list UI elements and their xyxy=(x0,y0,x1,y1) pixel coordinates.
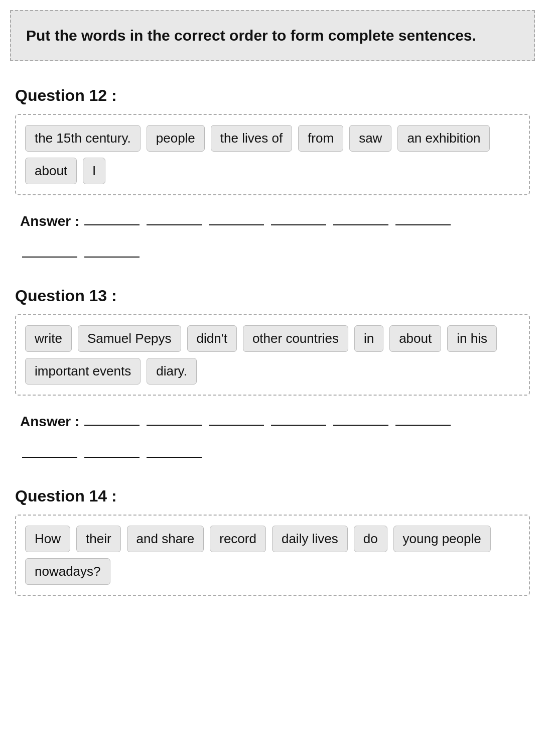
answer-line[interactable] xyxy=(84,410,140,426)
instruction-text: Put the words in the correct order to fo… xyxy=(26,25,519,46)
word-chip[interactable]: an exhibition xyxy=(397,125,490,152)
word-chip[interactable]: important events xyxy=(25,358,141,385)
answer-line[interactable] xyxy=(395,209,451,225)
word-chip[interactable]: people xyxy=(147,125,205,152)
word-chip[interactable]: daily lives xyxy=(272,526,348,552)
word-chip[interactable]: and share xyxy=(127,526,204,552)
answer-row1-12: Answer : xyxy=(20,209,530,229)
answer-section-13: Answer : xyxy=(15,410,530,462)
word-chip[interactable]: I xyxy=(83,158,105,184)
word-chip[interactable]: the 15th century. xyxy=(25,125,141,152)
answer-line[interactable] xyxy=(22,442,77,458)
word-chip[interactable]: didn't xyxy=(187,325,237,352)
word-chip[interactable]: record xyxy=(210,526,266,552)
question-block-13: Question 13 : write Samuel Pepys didn't … xyxy=(15,287,530,462)
answer-line[interactable] xyxy=(395,410,451,426)
word-chip[interactable]: young people xyxy=(393,526,491,552)
answer-line[interactable] xyxy=(333,410,388,426)
word-chip[interactable]: nowadays? xyxy=(25,558,110,585)
answer-row1-13: Answer : xyxy=(20,410,530,430)
answer-row2-12 xyxy=(20,241,530,262)
question-label-14: Question 14 : xyxy=(15,487,530,506)
words-box-13: write Samuel Pepys didn't other countrie… xyxy=(15,314,530,396)
word-chip[interactable]: about xyxy=(389,325,441,352)
words-box-12: the 15th century. people the lives of fr… xyxy=(15,114,530,195)
word-chip[interactable]: the lives of xyxy=(211,125,292,152)
answer-line[interactable] xyxy=(147,442,202,458)
instruction-box: Put the words in the correct order to fo… xyxy=(10,10,535,61)
question-label-12: Question 12 : xyxy=(15,86,530,105)
answer-line[interactable] xyxy=(147,209,202,225)
answer-line[interactable] xyxy=(147,410,202,426)
answer-label-12: Answer : xyxy=(20,213,79,229)
word-chip[interactable]: write xyxy=(25,325,72,352)
words-box-14: How their and share record daily lives d… xyxy=(15,515,530,596)
answer-label-13: Answer : xyxy=(20,414,79,430)
answer-line[interactable] xyxy=(271,209,326,225)
word-chip[interactable]: diary. xyxy=(147,358,197,385)
word-chip[interactable]: How xyxy=(25,526,70,552)
answer-section-12: Answer : xyxy=(15,209,530,262)
question-label-13: Question 13 : xyxy=(15,287,530,305)
answer-line[interactable] xyxy=(84,209,140,225)
word-chip[interactable]: Samuel Pepys xyxy=(78,325,181,352)
answer-line[interactable] xyxy=(209,209,264,225)
word-chip[interactable]: do xyxy=(354,526,387,552)
question-block-12: Question 12 : the 15th century. people t… xyxy=(15,86,530,262)
word-chip[interactable]: from xyxy=(298,125,343,152)
answer-line[interactable] xyxy=(271,410,326,426)
word-chip[interactable]: in xyxy=(354,325,383,352)
word-chip[interactable]: other countries xyxy=(243,325,348,352)
question-block-14: Question 14 : How their and share record… xyxy=(15,487,530,596)
word-chip[interactable]: saw xyxy=(349,125,391,152)
questions-container: Question 12 : the 15th century. people t… xyxy=(0,61,545,631)
answer-line[interactable] xyxy=(333,209,388,225)
word-chip[interactable]: about xyxy=(25,158,77,184)
answer-row2-13 xyxy=(20,442,530,462)
word-chip[interactable]: their xyxy=(76,526,121,552)
answer-line[interactable] xyxy=(22,241,77,258)
answer-line[interactable] xyxy=(84,241,140,258)
word-chip[interactable]: in his xyxy=(447,325,497,352)
answer-line[interactable] xyxy=(84,442,140,458)
answer-line[interactable] xyxy=(209,410,264,426)
